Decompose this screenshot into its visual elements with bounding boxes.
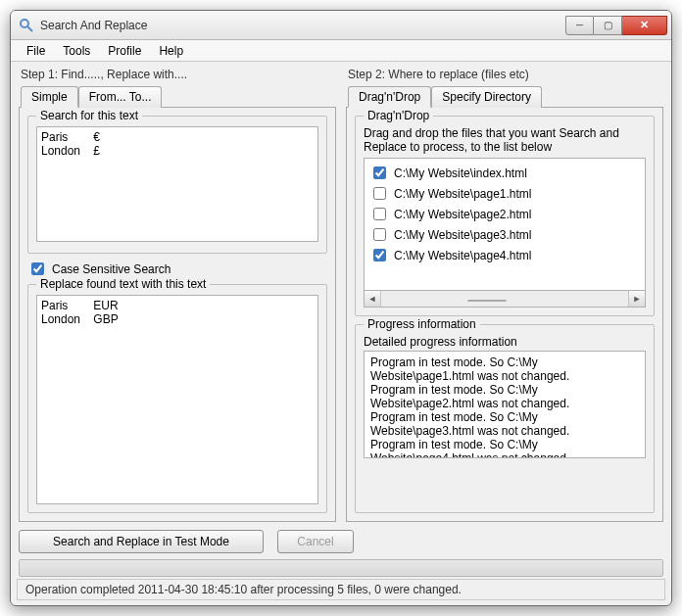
left-column: Step 1: Find....., Replace with.... Simp… — [19, 68, 336, 522]
step1-label: Step 1: Find....., Replace with.... — [21, 68, 336, 81]
app-icon — [19, 18, 34, 33]
dragndrop-group: Drag'n'Drop Drag and drop the files that… — [355, 116, 655, 316]
tab-simple[interactable]: Simple — [21, 86, 78, 108]
file-checkbox[interactable] — [373, 166, 386, 179]
window-title: Search And Replace — [40, 19, 565, 32]
right-tabs: Drag'n'Drop Specify Directory — [348, 86, 663, 108]
svg-line-1 — [27, 26, 32, 31]
file-row[interactable]: C:\My Website\page3.html — [366, 224, 643, 245]
main-content: Step 1: Find....., Replace with.... Simp… — [11, 62, 671, 526]
menu-profile[interactable]: Profile — [100, 42, 149, 60]
status-bar: Operation completed 2011-04-30 18:45:10 … — [17, 579, 665, 600]
titlebar[interactable]: Search And Replace ─ ▢ ✕ — [11, 11, 671, 40]
left-panel: Search for this text Case Sensitive Sear… — [19, 107, 336, 522]
scroll-thumb[interactable] — [467, 300, 507, 302]
search-text-group: Search for this text — [27, 116, 327, 254]
replace-text-group: Replace found text with this text — [27, 284, 327, 513]
file-path: C:\My Website\page3.html — [394, 228, 532, 242]
search-text-label: Search for this text — [36, 109, 142, 122]
file-checkbox[interactable] — [373, 249, 386, 261]
file-row[interactable]: C:\My Website\page4.html — [366, 245, 643, 265]
replace-text-label: Replace found text with this text — [36, 277, 210, 291]
file-checkbox[interactable] — [373, 187, 386, 200]
scroll-left-icon[interactable]: ◄ — [365, 291, 381, 307]
case-sensitive-label: Case Sensitive Search — [52, 262, 170, 276]
right-panel: Drag'n'Drop Drag and drop the files that… — [346, 107, 663, 522]
close-icon: ✕ — [640, 19, 649, 31]
dragndrop-desc: Drag and drop the files that you want Se… — [364, 126, 646, 154]
file-checkbox[interactable] — [373, 228, 386, 241]
progress-group: Progress information Detailed progress i… — [355, 324, 655, 513]
file-row[interactable]: C:\My Website\page2.html — [366, 204, 643, 224]
menu-file[interactable]: File — [19, 42, 53, 60]
dragndrop-title: Drag'n'Drop — [364, 109, 433, 122]
right-column: Step 2: Where to replace (files etc) Dra… — [346, 68, 663, 522]
file-path: C:\My Website\page4.html — [394, 249, 532, 262]
progress-bar — [19, 559, 663, 577]
file-row[interactable]: C:\My Website\page1.html — [366, 183, 643, 204]
footer: Search and Replace in Test Mode Cancel — [11, 526, 671, 577]
minimize-icon: ─ — [576, 20, 583, 30]
window-controls: ─ ▢ ✕ — [565, 16, 667, 35]
file-list-hscroll[interactable]: ◄ ► — [364, 291, 646, 308]
tab-dragndrop[interactable]: Drag'n'Drop — [348, 86, 431, 108]
replace-text-input[interactable] — [36, 295, 318, 504]
progress-title: Progress information — [364, 317, 480, 331]
progress-detail-label: Detailed progress information — [364, 335, 646, 349]
app-window: Search And Replace ─ ▢ ✕ File Tools Prof… — [10, 10, 672, 606]
maximize-button[interactable]: ▢ — [594, 16, 622, 35]
tab-from-to[interactable]: From... To... — [78, 86, 163, 108]
case-sensitive-checkbox[interactable] — [31, 262, 44, 275]
file-list[interactable]: C:\My Website\index.htmlC:\My Website\pa… — [364, 158, 646, 291]
file-path: C:\My Website\page1.html — [394, 187, 532, 201]
file-path: C:\My Website\index.html — [394, 166, 527, 180]
menu-bar: File Tools Profile Help — [11, 40, 671, 62]
file-row[interactable]: C:\My Website\index.html — [366, 163, 643, 183]
search-replace-test-button[interactable]: Search and Replace in Test Mode — [19, 530, 264, 553]
scroll-right-icon[interactable]: ► — [628, 291, 645, 307]
case-sensitive-row: Case Sensitive Search — [27, 260, 327, 278]
progress-log[interactable]: Program in test mode. So C:\My Website\p… — [364, 351, 646, 458]
search-text-input[interactable] — [36, 126, 318, 242]
svg-point-0 — [21, 20, 28, 27]
close-button[interactable]: ✕ — [622, 16, 667, 35]
button-row: Search and Replace in Test Mode Cancel — [19, 530, 663, 553]
maximize-icon: ▢ — [604, 20, 612, 30]
status-text: Operation completed 2011-04-30 18:45:10 … — [25, 583, 462, 596]
left-tabs: Simple From... To... — [21, 86, 336, 108]
file-path: C:\My Website\page2.html — [394, 208, 532, 221]
menu-tools[interactable]: Tools — [55, 42, 98, 60]
menu-help[interactable]: Help — [151, 42, 191, 60]
minimize-button[interactable]: ─ — [565, 16, 594, 35]
file-checkbox[interactable] — [373, 208, 386, 220]
cancel-button[interactable]: Cancel — [277, 530, 354, 553]
step2-label: Step 2: Where to replace (files etc) — [348, 68, 663, 81]
tab-specify-directory[interactable]: Specify Directory — [431, 86, 542, 108]
